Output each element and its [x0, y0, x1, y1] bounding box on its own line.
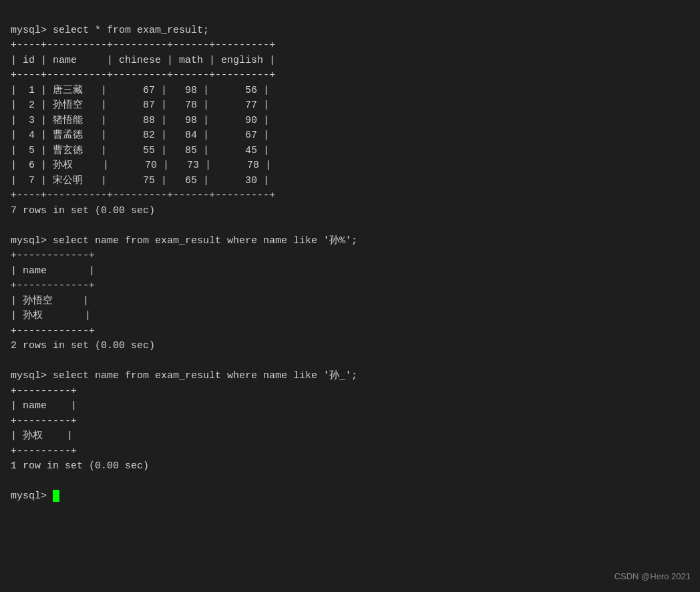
table2-border-top: +------------+ [11, 250, 95, 261]
table1-row-3: | 3 | 猪悟能 | 88 | 98 | 90 | [11, 115, 269, 126]
table1-row-5: | 5 | 曹玄德 | 55 | 85 | 45 | [11, 145, 269, 156]
table2-header: | name | [11, 265, 95, 277]
table2-border-mid: +------------+ [11, 280, 95, 291]
table1-border-bot: +----+----------+---------+------+------… [11, 190, 275, 201]
table1-row-6: | 6 | 孙权 | 70 | 73 | 78 | [11, 160, 271, 171]
table1-row-2: | 2 | 孙悟空 | 87 | 78 | 77 | [11, 100, 269, 111]
terminal-output: mysql> select * from exam_result; +----+… [11, 8, 689, 504]
table3-border-mid: +---------+ [11, 416, 77, 427]
table2-row-1: | 孙悟空 | [11, 295, 89, 307]
final-prompt: mysql> [11, 490, 53, 502]
prompt-1: mysql> [11, 25, 53, 36]
table1-header: | id | name | chinese | math | english | [11, 55, 275, 66]
table1-row-7: | 7 | 宋公明 | 75 | 65 | 30 | [11, 175, 269, 186]
result-3: 1 row in set (0.00 sec) [11, 460, 149, 472]
prompt-2: mysql> [11, 235, 53, 247]
table1-row-4: | 4 | 曹孟德 | 82 | 84 | 67 | [11, 130, 269, 141]
watermark: CSDN @Hero 2021 [615, 570, 691, 583]
table3-border-bot: +---------+ [11, 446, 77, 457]
table3-header: | name | [11, 400, 77, 412]
command-2: select name from exam_result where name … [53, 235, 357, 247]
table1-border-mid: +----+----------+---------+------+------… [11, 69, 275, 81]
command-3: select name from exam_result where name … [53, 370, 357, 382]
table1-row-1: | 1 | 唐三藏 | 67 | 98 | 56 | [11, 85, 269, 96]
table3-row-1: | 孙权 | [11, 430, 73, 442]
table2-border-bot: +------------+ [11, 325, 95, 337]
table2-row-2: | 孙权 | [11, 310, 91, 321]
prompt-3: mysql> [11, 370, 53, 382]
result-1: 7 rows in set (0.00 sec) [11, 205, 155, 216]
result-2: 2 rows in set (0.00 sec) [11, 340, 155, 351]
table1-border-top: +----+----------+---------+------+------… [11, 39, 275, 51]
cursor[interactable] [53, 490, 59, 502]
table3-border-top: +---------+ [11, 386, 77, 397]
command-1: select * from exam_result; [53, 25, 209, 36]
